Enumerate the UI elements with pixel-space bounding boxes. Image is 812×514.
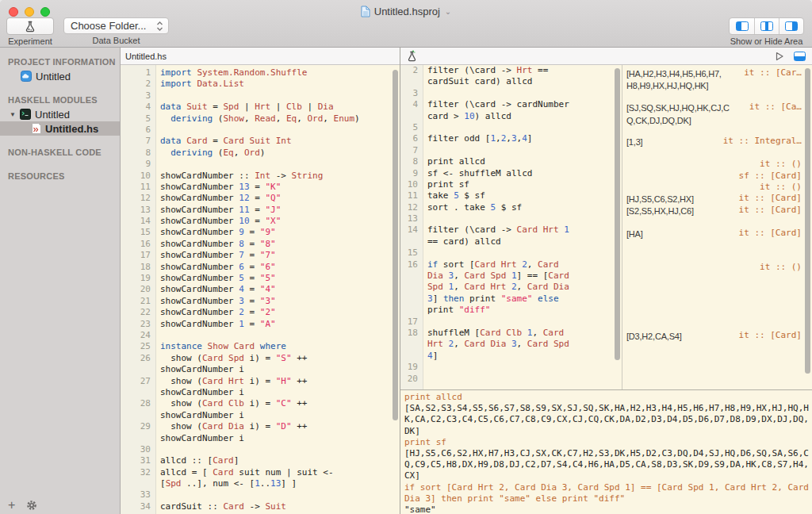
code-line: 20showCardNumber 4 = "4"	[121, 284, 400, 295]
line-number: 7	[400, 145, 423, 156]
tab-untitled-hs[interactable]: Untitled.hs	[125, 52, 167, 61]
output-line: if sort [Card Hrt 2, Card Dia 3, Card Sp…	[404, 482, 810, 504]
sidebar-item-label: Untitled	[35, 109, 70, 121]
result-row: [HA,H2,H3,H4,H5,H6,H7, H8,H9,HX,HJ,HQ,HK…	[626, 67, 802, 92]
code-line: 28 show (Card Clb i) = "C" ++	[121, 398, 400, 409]
editor-scrollbar[interactable]	[393, 70, 398, 420]
code-line: 6	[121, 125, 400, 136]
line-number: 32	[121, 467, 155, 478]
editor-code-area[interactable]: 1import System.Random.Shuffle2import Dat…	[121, 65, 400, 514]
code-text: showCardNumber 1 = "A"	[155, 319, 276, 330]
code-line: 4data Suit = Spd | Hrt | Clb | Dia	[121, 102, 400, 113]
line-number: 20	[400, 374, 423, 385]
output-console[interactable]: print allcd[SA,S2,S3,S4,S5,S6,S7,S8,S9,S…	[400, 389, 812, 514]
code-text: showCardNumber 2 = "2"	[155, 307, 276, 318]
line-number: 20	[121, 284, 155, 295]
result-row: [SJ,SQ,SK,HJ,HQ,HK,CJ,C Q,CK,DJ,DQ,DK]it…	[626, 102, 802, 126]
line-number: 31	[121, 455, 155, 466]
playground-scrollbar[interactable]	[615, 68, 620, 360]
result-type: it :: [Card]	[739, 193, 802, 204]
line-number: 24	[121, 330, 155, 341]
play-icon[interactable]	[775, 52, 784, 61]
code-line: 3	[400, 88, 622, 99]
toggle-left-panel-button[interactable]	[730, 18, 754, 34]
code-text: cardSuit :: Card -> Suit	[155, 501, 286, 512]
result-value: [1,3]	[626, 137, 642, 147]
line-number: 23	[121, 319, 155, 330]
app-window: Untitled.hsproj ⌄ Experiment Choose Fold…	[0, 0, 812, 514]
line-number: 15	[400, 247, 423, 259]
experiment-button[interactable]	[6, 17, 54, 35]
line-number: 3	[121, 90, 155, 102]
playground-code-area[interactable]: 2filter (\card -> Hrt ==cardSuit card) a…	[400, 65, 622, 389]
code-line: card > 10) allcd	[400, 111, 622, 122]
code-line: 4]	[400, 351, 622, 362]
left-panel-icon	[736, 21, 749, 31]
code-text: print "diff"	[423, 305, 491, 316]
line-number: 29	[121, 421, 155, 432]
code-line: 19showCardNumber 5 = "5"	[121, 273, 400, 284]
plus-icon[interactable]: +	[8, 500, 15, 511]
line-number: 14	[121, 216, 155, 227]
toggle-right-panel-button[interactable]	[779, 18, 803, 34]
code-line: 5 deriving (Show, Read, Eq, Ord, Enum)	[121, 113, 400, 125]
code-line: showCardNumber i	[121, 387, 400, 398]
gear-icon[interactable]	[26, 500, 37, 511]
code-line: 27 show (Card Hrt i) = "H" ++	[121, 376, 400, 387]
line-number: 22	[121, 307, 155, 318]
code-line: 24	[121, 330, 400, 341]
line-number: 11	[121, 182, 155, 193]
result-value: [D3,H2,CA,S4]	[626, 332, 682, 341]
code-text: 3] then print "same" else	[423, 293, 559, 305]
section-haskell-modules: HASKELL MODULES	[0, 83, 120, 107]
sidebar-item-untitled-hs[interactable]: Untitled.hs	[0, 121, 120, 136]
code-text: showCardNumber 7 = "7"	[155, 250, 276, 261]
code-line: 3] then print "same" else	[400, 293, 622, 305]
code-line: 16if sort [Card Hrt 2, Card	[400, 259, 622, 270]
toggle-middle-panel-button[interactable]	[754, 18, 779, 34]
code-text: showCardNumber 10 = "X"	[155, 216, 281, 227]
code-text	[155, 90, 160, 102]
disclosure-triangle-icon[interactable]: ▼	[10, 111, 16, 118]
line-number	[400, 351, 423, 362]
code-text: showCardNumber 12 = "Q"	[155, 193, 281, 204]
code-line: Spd 1, Card Hrt 2, Card Dia	[400, 282, 622, 293]
line-number: 13	[400, 213, 423, 224]
sidebar-item-module-group[interactable]: ▼ Untitled	[0, 107, 120, 121]
line-number: 9	[121, 159, 155, 170]
section-non-haskell-code: NON-HASKELL CODE	[0, 136, 120, 159]
code-text: if sort [Card Hrt 2, Card	[423, 259, 559, 270]
code-line: 2import Data.List	[121, 79, 400, 90]
code-line: 5	[400, 122, 622, 133]
line-number: 7	[121, 136, 155, 147]
bottom-panel-icon[interactable]	[794, 52, 806, 61]
line-number: 14	[400, 224, 423, 236]
results-scrollbar[interactable]	[805, 68, 810, 374]
sidebar-item-project-untitled[interactable]: Untitled	[0, 69, 120, 83]
code-line: print "diff"	[400, 305, 622, 316]
chevron-down-icon[interactable]: ⌄	[445, 7, 451, 16]
code-text: showCardNumber 9 = "9"	[155, 227, 276, 238]
code-text: print allcd	[423, 156, 485, 167]
code-text: deriving (Eq, Ord)	[155, 148, 265, 159]
code-line: 19	[400, 362, 622, 373]
data-bucket-toolgroup: Choose Folder... Data Bucket	[63, 17, 169, 45]
choose-folder-popup[interactable]: Choose Folder...	[63, 17, 169, 34]
code-line: Hrt 2, Card Dia 3, Card Spd	[400, 339, 622, 350]
line-number	[121, 478, 155, 489]
code-line: [Spd ..], num <- [1..13] ]	[121, 478, 400, 489]
up-down-chevrons-icon	[156, 20, 163, 33]
haskell-file-icon	[32, 123, 41, 134]
line-number: 30	[121, 444, 155, 455]
result-type: it :: Integral…	[723, 136, 802, 147]
project-sidebar: PROJECT INFORMATION Untitled HASKELL MOD…	[0, 48, 121, 514]
line-number: 17	[400, 316, 423, 328]
window-chrome: Untitled.hsproj ⌄ Experiment Choose Fold…	[0, 0, 812, 48]
line-number: 13	[121, 205, 155, 216]
code-line: 13	[400, 213, 622, 224]
code-line: 34cardSuit :: Card -> Suit	[121, 501, 400, 512]
code-line: 14filter (\card -> Card Hrt 1	[400, 224, 622, 236]
line-number: 11	[400, 190, 423, 201]
code-line: showCardNumber i	[121, 433, 400, 444]
code-text: data Suit = Spd | Hrt | Clb | Dia	[155, 102, 334, 113]
